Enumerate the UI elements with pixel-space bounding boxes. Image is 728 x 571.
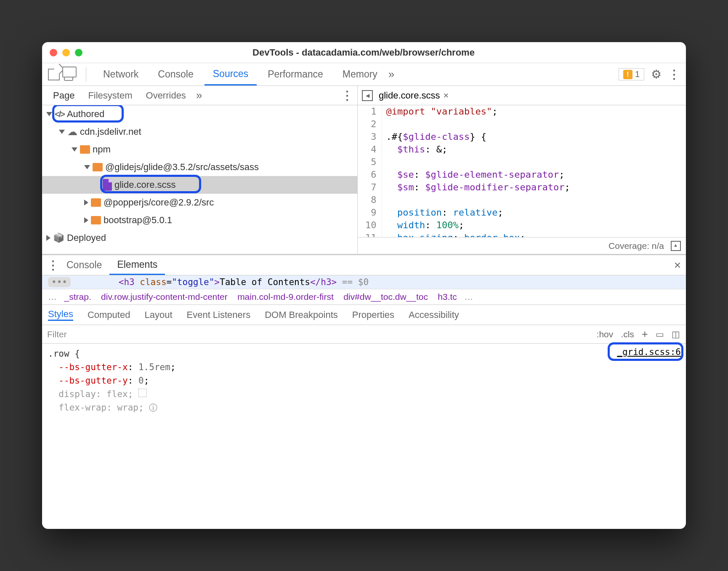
computed-tab[interactable]: Computed (88, 310, 130, 320)
line-gutter: 12 34 56 78 910 11 (358, 105, 382, 237)
source-editor: glide.core.scss 12 34 56 78 910 11 @impo… (358, 86, 686, 254)
tree-pkg-popper[interactable]: @popperjs/core@2.9.2/src (42, 194, 357, 211)
more-sidebar-tabs-icon[interactable] (196, 89, 202, 102)
navigate-back-icon[interactable] (362, 90, 373, 101)
tree-label: npm (93, 144, 111, 155)
drawer: Console Elements × ••• <h3 class="toggle… (42, 254, 686, 529)
tree-label: bootstrap@5.0.1 (104, 215, 172, 226)
tab-sources[interactable]: Sources (205, 63, 257, 85)
cls-button[interactable]: .cls (621, 329, 634, 339)
tree-host[interactable]: cdn.jsdelivr.net (42, 123, 357, 141)
tree-deployed[interactable]: Deployed (42, 229, 357, 247)
sources-sidebar: Page Filesystem Overrides Authored cdn.j… (42, 86, 358, 254)
titlebar: DevTools - datacadamia.com/web/browser/c… (42, 42, 686, 63)
settings-icon[interactable] (651, 67, 662, 81)
info-icon[interactable] (149, 403, 157, 413)
tree-label: @glidejs/glide@3.5.2/src/assets/sass (105, 162, 259, 173)
drawer-tab-console[interactable]: Console (59, 255, 109, 275)
flex-box-icon[interactable] (138, 389, 147, 397)
more-tabs-icon[interactable] (388, 68, 394, 81)
tree-pkg-bootstrap[interactable]: bootstrap@5.0.1 (42, 211, 357, 229)
kebab-menu-icon[interactable] (668, 67, 680, 81)
style-selector: .row { (48, 347, 680, 360)
coverage-label: Coverage: n/a (608, 241, 664, 251)
drawer-menu-icon[interactable] (47, 258, 59, 272)
tab-network[interactable]: Network (95, 63, 147, 85)
sidebar-tab-page[interactable]: Page (46, 90, 81, 101)
sidebar-tab-filesystem[interactable]: Filesystem (81, 90, 139, 101)
drawer-tab-elements[interactable]: Elements (109, 255, 165, 275)
styles-tab[interactable]: Styles (48, 309, 73, 321)
separator (86, 67, 86, 82)
tree-file-glide[interactable]: glide.core.scss (42, 176, 357, 194)
inspect-element-icon[interactable] (48, 69, 60, 80)
deployed-icon (53, 232, 64, 243)
editor-tab-label: glide.core.scss (379, 90, 440, 101)
accessibility-tab[interactable]: Accessibility (409, 310, 459, 320)
close-drawer-icon[interactable]: × (674, 259, 681, 272)
toggle-sidebar-icon[interactable]: ◫ (672, 329, 680, 339)
tab-memory[interactable]: Memory (334, 63, 386, 85)
hov-button[interactable]: :hov (597, 329, 614, 339)
file-tree: Authored cdn.jsdelivr.net npm @glidejs/g… (42, 105, 357, 247)
folder-icon (91, 198, 101, 207)
tree-label: Deployed (67, 232, 106, 243)
window-title: DevTools - datacadamia.com/web/browser/c… (49, 47, 678, 58)
style-source-link[interactable]: _grid.scss:6 (617, 345, 681, 359)
tree-label: glide.core.scss (114, 179, 176, 190)
styles-filter-input[interactable]: Filter (42, 329, 597, 339)
sidebar-tab-overrides[interactable]: Overrides (139, 90, 193, 101)
file-icon (103, 179, 112, 191)
computed-panel-icon[interactable]: ▭ (656, 329, 664, 339)
elements-style-tabs: Styles Computed Layout Event Listeners D… (42, 305, 686, 325)
event-listeners-tab[interactable]: Event Listeners (187, 310, 251, 320)
close-tab-icon[interactable] (444, 90, 449, 101)
elements-breadcrumb[interactable]: … _strap. div.row.justify-content-md-cen… (42, 289, 686, 305)
issues-badge[interactable]: ! 1 (619, 68, 644, 80)
folder-icon (80, 145, 90, 154)
tree-pkg-glide[interactable]: @glidejs/glide@3.5.2/src/assets/sass (42, 158, 357, 176)
tree-authored[interactable]: Authored (42, 105, 357, 123)
new-rule-icon[interactable]: + (642, 328, 648, 341)
tree-label: cdn.jsdelivr.net (80, 126, 141, 137)
dom-breakpoints-tab[interactable]: DOM Breakpoints (265, 310, 338, 320)
cloud-icon (67, 126, 77, 138)
properties-tab[interactable]: Properties (352, 310, 394, 320)
style-rule[interactable]: _grid.scss:6 .row { --bs-gutter-x: 1.5re… (42, 344, 686, 418)
layout-tab[interactable]: Layout (144, 310, 172, 320)
device-toolbar-icon[interactable] (64, 68, 73, 81)
folder-icon (91, 216, 101, 224)
code-icon (55, 109, 64, 120)
issues-count: 1 (635, 69, 640, 79)
expand-up-icon[interactable] (671, 241, 681, 251)
code-text[interactable]: @import "variables"; .#{$glide-class} { … (382, 105, 570, 237)
tree-label: Authored (67, 109, 104, 120)
elements-selected-line[interactable]: ••• <h3 class="toggle">Table of Contents… (42, 275, 686, 289)
warning-icon: ! (623, 70, 632, 79)
tree-label: @popperjs/core@2.9.2/src (104, 197, 214, 208)
devtools-toolbar: Network Console Sources Performance Memo… (42, 63, 686, 86)
tree-npm[interactable]: npm (42, 141, 357, 158)
editor-file-tab[interactable]: glide.core.scss (379, 90, 449, 101)
folder-icon (93, 163, 103, 171)
sidebar-menu-icon[interactable] (341, 88, 353, 102)
tab-performance[interactable]: Performance (259, 63, 332, 85)
tab-console[interactable]: Console (149, 63, 202, 85)
